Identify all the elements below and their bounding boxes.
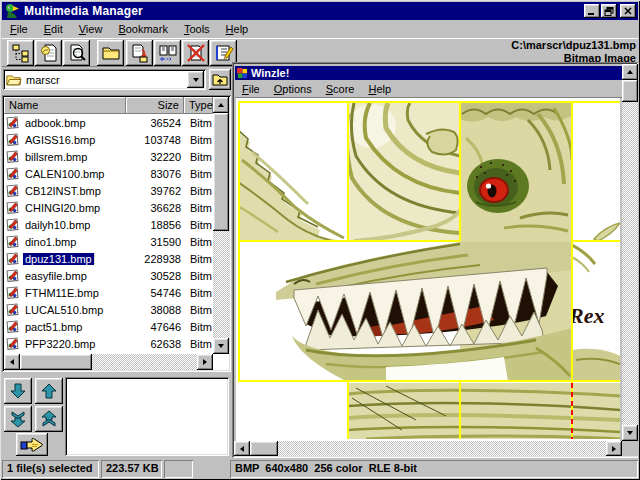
folder-combobox-dropdown-button[interactable] <box>187 71 204 88</box>
file-row[interactable]: pact51.bmp 47646 Bitm <box>4 318 213 335</box>
multimedia-manager-window: Multimedia Manager FileEditViewBookmarkT… <box>0 0 640 480</box>
scrollbar-thumb[interactable] <box>213 113 229 231</box>
file-name-cell: CHINGI20.bmp <box>23 202 125 214</box>
minimize-button[interactable] <box>584 4 600 18</box>
file-type-cell: Bitm <box>188 134 213 146</box>
file-row[interactable]: LUCAL510.bmp 38088 Bitm <box>4 301 213 318</box>
tree-view-button[interactable] <box>7 40 34 66</box>
file-name-cell: AGISS16.bmp <box>23 134 125 146</box>
puzzle-image: Rex <box>236 98 620 441</box>
scroll-up-button[interactable] <box>622 64 638 80</box>
column-header-name[interactable]: Name <box>4 97 126 114</box>
bitmap-file-icon <box>4 269 23 282</box>
go-button[interactable] <box>16 433 48 456</box>
copy-pages-button[interactable] <box>154 40 181 66</box>
move-down-button[interactable] <box>4 378 32 404</box>
file-type-cell: Bitm <box>188 236 213 248</box>
up-one-level-button[interactable] <box>209 69 231 90</box>
file-row[interactable]: easyfile.bmp 30528 Bitm <box>4 267 213 284</box>
status-image-info: BMP 640x480 256 color RLE 8-bit <box>230 460 638 478</box>
column-header-type[interactable]: Type <box>184 97 213 114</box>
chevron-down-icon <box>193 78 199 82</box>
file-list-vertical-scrollbar[interactable] <box>213 97 229 354</box>
file-row[interactable]: CB12INST.bmp 39762 Bitm <box>4 182 213 199</box>
scroll-down-button[interactable] <box>213 338 229 354</box>
menu-item[interactable]: Edit <box>36 21 71 37</box>
file-size-cell: 18856 <box>125 219 188 231</box>
preview-horizontal-scrollbar[interactable] <box>234 441 622 456</box>
title-bar: Multimedia Manager <box>2 2 638 20</box>
file-row[interactable]: dpuz131.bmp 228938 Bitm <box>4 250 213 267</box>
trex-puzzle-art: Rex <box>236 98 620 441</box>
file-row[interactable]: billsrem.bmp 32220 Bitm <box>4 148 213 165</box>
restore-button[interactable] <box>601 4 617 18</box>
copy-pages-icon <box>158 43 178 63</box>
file-row[interactable]: adbook.bmp 36524 Bitm <box>4 114 213 131</box>
menu-item[interactable]: File <box>2 21 36 37</box>
winzle-menu-item: Options <box>267 82 319 96</box>
scroll-left-button[interactable] <box>4 354 20 370</box>
file-type-cell: Bitm <box>188 202 213 214</box>
close-button[interactable] <box>620 4 636 18</box>
scrollbar-thumb[interactable] <box>20 354 92 370</box>
move-top-button[interactable] <box>35 406 63 432</box>
bitmap-file-icon <box>4 252 23 265</box>
folder-icon <box>101 43 121 63</box>
file-name-cell: FTHM11E.bmp <box>23 287 125 299</box>
folder-combobox[interactable]: marscr <box>3 69 206 90</box>
arrow-down-icon <box>9 382 27 400</box>
winzle-title-bar: Winzle! <box>235 66 622 80</box>
file-name-cell: dailyh10.bmp <box>23 219 125 231</box>
scroll-up-button[interactable] <box>213 97 229 113</box>
bitmap-file-icon <box>4 116 23 129</box>
menu-item[interactable]: Tools <box>176 21 218 37</box>
menu-item[interactable]: View <box>71 21 111 37</box>
file-row[interactable]: FTHM11E.bmp 54746 Bitm <box>4 284 213 301</box>
file-type-cell: Bitm <box>188 304 213 316</box>
file-row[interactable]: PFP3220.bmp 62638 Bitm <box>4 335 213 352</box>
file-list-horizontal-scrollbar[interactable] <box>4 354 213 370</box>
file-name-cell: billsrem.bmp <box>23 151 125 163</box>
scroll-right-button[interactable] <box>606 441 622 456</box>
winzle-menu-item: Score <box>319 82 362 96</box>
scrollbar-thumb[interactable] <box>622 80 638 102</box>
scroll-left-button[interactable] <box>234 441 250 456</box>
file-size-cell: 62638 <box>125 338 188 350</box>
rex-caption-text: Rex <box>568 303 604 328</box>
bitmap-file-icon <box>4 303 23 316</box>
bitmap-file-icon <box>4 235 23 248</box>
folder-combobox-value: marscr <box>22 74 187 86</box>
export-disk-icon <box>130 43 150 63</box>
file-row[interactable]: dino1.bmp 31590 Bitm <box>4 233 213 250</box>
file-type-cell: Bitm <box>188 151 213 163</box>
file-type-cell: Bitm <box>188 219 213 231</box>
delete-item-button[interactable] <box>182 40 209 66</box>
menu-item[interactable]: Bookmark <box>110 21 176 37</box>
file-name-cell: dpuz131.bmp <box>23 253 125 265</box>
export-to-disk-button[interactable] <box>126 40 153 66</box>
file-size-cell: 39762 <box>125 185 188 197</box>
open-folder-button[interactable] <box>97 40 124 66</box>
bitmap-file-icon <box>4 218 23 231</box>
import-image-button[interactable] <box>35 40 62 66</box>
scroll-right-button[interactable] <box>197 354 213 370</box>
column-header-size[interactable]: Size <box>126 97 184 114</box>
file-row[interactable]: AGISS16.bmp 103748 Bitm <box>4 131 213 148</box>
window-title: Multimedia Manager <box>24 4 583 18</box>
file-row[interactable]: CALEN100.bmp 83076 Bitm <box>4 165 213 182</box>
bitmap-file-icon <box>4 167 23 180</box>
menu-item[interactable]: Help <box>218 21 257 37</box>
file-name-cell: PFP3220.bmp <box>23 338 125 350</box>
move-bottom-button[interactable] <box>4 406 32 432</box>
file-row[interactable]: CHINGI20.bmp 36628 Bitm <box>4 199 213 216</box>
winzle-app-icon <box>237 68 248 79</box>
annotation-box[interactable] <box>65 377 229 456</box>
find-image-button[interactable] <box>63 40 90 66</box>
status-selection: 1 file(s) selected <box>2 460 99 478</box>
preview-vertical-scrollbar[interactable] <box>622 64 638 441</box>
scroll-down-button[interactable] <box>622 425 638 441</box>
file-row[interactable]: dailyh10.bmp 18856 Bitm <box>4 216 213 233</box>
file-size-cell: 83076 <box>125 168 188 180</box>
move-up-button[interactable] <box>35 378 63 404</box>
scrollbar-thumb[interactable] <box>250 441 278 456</box>
